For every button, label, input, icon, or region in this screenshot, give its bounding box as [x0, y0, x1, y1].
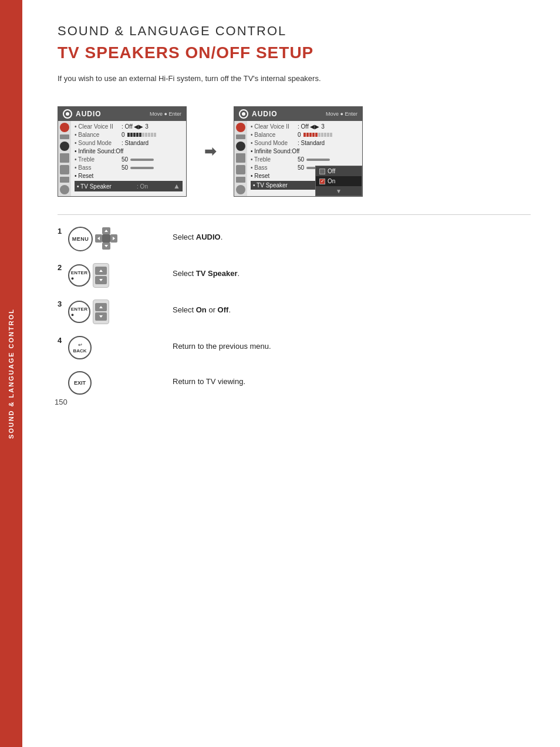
step-4: 4 ↩ BACK Return to the previous menu.: [58, 336, 531, 359]
p2-icon-rect: [236, 134, 245, 139]
panel2-row-treble: • Treble 50: [251, 156, 359, 163]
main-content: SOUND & LANGUAGE CONTROL TV SPEAKERS ON/…: [22, 0, 560, 418]
p2-icon-circle: [236, 123, 245, 132]
panel2-icon: [239, 109, 248, 119]
panel1-row-tvspeaker: • TV Speaker : On ▲: [75, 181, 183, 191]
audio-panel-1: AUDIO Move ● Enter • Clear Voice II: [58, 106, 187, 197]
step5-text: Return to TV viewing.: [173, 371, 245, 386]
nav-down-1[interactable]: [102, 243, 110, 250]
page-title: TV SPEAKERS ON/OFF SETUP: [58, 43, 531, 62]
section-divider: [58, 214, 531, 215]
panel1-row-reset: • Reset: [75, 173, 183, 179]
panel2-header: AUDIO Move ● Enter: [234, 107, 362, 121]
panel1-row-balance: • Balance 0: [75, 132, 183, 138]
step-1: 1 MENU Select AUDIO.: [58, 227, 531, 251]
panel1-title: AUDIO: [76, 110, 102, 118]
dropdown-item-on: ✓ On: [316, 176, 362, 186]
nav-up-1[interactable]: [102, 227, 110, 234]
sidebar: SOUND & LANGUAGE CONTROL: [0, 0, 22, 747]
panel1-row-clearvoice: • Clear Voice II : Off ◀▶ 3: [75, 123, 183, 130]
ud-up-3[interactable]: [95, 303, 107, 311]
icon-gear: [60, 142, 69, 151]
step3-text: Select On or Off.: [173, 300, 231, 314]
dropdown-item-off: Off: [316, 166, 362, 176]
nav-cross-1: [95, 227, 119, 251]
nav-right-1[interactable]: [110, 234, 117, 243]
panels-container: AUDIO Move ● Enter • Clear Voice II: [58, 106, 531, 197]
icon-circle2: [60, 185, 69, 194]
nav-left-1[interactable]: [95, 234, 102, 243]
dropdown-on-label: On: [328, 178, 335, 184]
ud-nav-3: [93, 300, 109, 324]
audio-panel-2: AUDIO Move ● Enter • Clear Voice II: [234, 106, 363, 197]
icon-rect: [60, 134, 69, 139]
panel2-controls: Move ● Enter: [326, 111, 357, 117]
icon-box1: [60, 153, 69, 163]
arrow-indicator: ➡: [204, 143, 216, 160]
panel2-left-icons: [234, 121, 247, 196]
panel2-row-balance: • Balance 0: [251, 132, 359, 138]
tv-speaker-dropdown: Off ✓ On ▼: [315, 166, 362, 196]
p2-icon-box3: [236, 177, 245, 183]
dropdown-off-label: Off: [328, 168, 335, 174]
panel2-row-clearvoice: • Clear Voice II : Off ◀▶ 3: [251, 123, 359, 130]
ud-nav-2: [93, 263, 109, 288]
panel1-row-treble: • Treble 50: [75, 156, 183, 163]
back-button[interactable]: ↩ BACK: [68, 336, 92, 359]
panel1-left-icons: [58, 121, 71, 196]
step1-num: 1: [58, 227, 65, 235]
description: If you wish to use an external Hi-Fi sys…: [58, 74, 531, 83]
panel1-header: AUDIO Move ● Enter: [58, 107, 186, 121]
icon-circle: [60, 123, 69, 132]
exit-button[interactable]: EXIT: [68, 371, 92, 395]
step1-text: Select AUDIO.: [173, 227, 222, 241]
panel1-controls: Move ● Enter: [150, 111, 181, 117]
step2-text: Select TV Speaker.: [173, 263, 239, 278]
scroll-down-indicator: ▼: [316, 186, 362, 196]
ud-down-3[interactable]: [95, 312, 107, 321]
ud-down-2[interactable]: [95, 276, 107, 284]
section-title: SOUND & LANGUAGE CONTROL: [58, 23, 531, 39]
enter-button-2[interactable]: ENTER●: [68, 264, 90, 287]
p2-icon-circle2: [236, 185, 245, 194]
panel2-row-infinitesound: • Infinite Sound:Off: [251, 148, 359, 154]
checkbox-on: ✓: [319, 179, 325, 184]
icon-box3: [60, 177, 69, 183]
sidebar-label: SOUND & LANGUAGE CONTROL: [8, 308, 15, 439]
step-3: 3 ENTER● Select On or Off.: [58, 300, 531, 324]
step4-text: Return to the previous menu.: [173, 336, 271, 351]
icon-box2: [60, 165, 69, 174]
steps-container: 1 MENU Select AUDIO.: [58, 227, 531, 395]
panel2-title: AUDIO: [252, 110, 278, 118]
ud-up-2[interactable]: [95, 267, 107, 275]
step4-num: 4: [58, 336, 65, 345]
page-number: 150: [55, 398, 68, 406]
p2-icon-box2: [236, 165, 245, 174]
checkbox-off: [319, 169, 325, 174]
step3-num: 3: [58, 300, 65, 308]
panel1-icon: [63, 109, 72, 119]
p2-icon-gear: [236, 142, 245, 151]
step-2: 2 ENTER● Select TV Speaker.: [58, 263, 531, 288]
panel1-row-soundmode: • Sound Mode : Standard: [75, 140, 183, 146]
step-5: 5 EXIT Return to TV viewing.: [58, 371, 531, 395]
p2-icon-box1: [236, 153, 245, 163]
nav-center-1: [102, 234, 110, 243]
panel1-row-bass: • Bass 50: [75, 164, 183, 171]
menu-button[interactable]: MENU: [68, 227, 93, 251]
enter-button-3[interactable]: ENTER●: [68, 301, 90, 323]
step2-num: 2: [58, 263, 65, 272]
panel1-row-infinitesound: • Infinite Sound:Off: [75, 148, 183, 154]
panel2-row-soundmode: • Sound Mode : Standard: [251, 140, 359, 146]
